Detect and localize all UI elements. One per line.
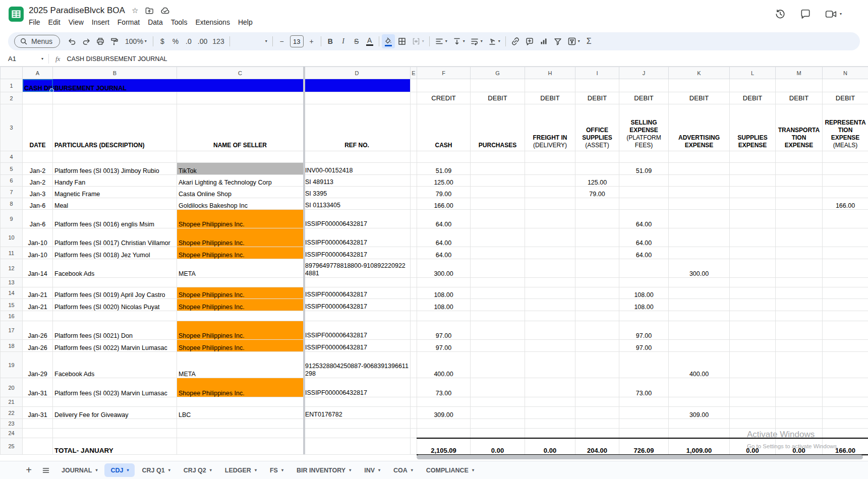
cell-J2[interactable]: DEBIT [619, 92, 669, 104]
cell-K21[interactable] [669, 397, 730, 407]
cell-G9[interactable] [471, 210, 525, 228]
cell-I11[interactable] [575, 247, 619, 259]
zoom-select[interactable]: 100%▾ [122, 34, 150, 48]
cell-N7[interactable] [823, 187, 868, 198]
cell-D10[interactable]: ISSIPF000006432817 [304, 228, 411, 247]
cell-B19[interactable]: Facebook Ads [53, 352, 177, 378]
strikethrough-button[interactable]: S [350, 34, 363, 48]
cell-M14[interactable] [776, 287, 823, 299]
cell-B23[interactable] [53, 419, 177, 429]
cell-I15[interactable] [575, 299, 619, 311]
cell-C23[interactable] [177, 419, 304, 429]
cell-J22[interactable] [619, 407, 669, 419]
cell-H16[interactable] [525, 311, 575, 321]
cell-K15[interactable] [669, 299, 730, 311]
cell-N14[interactable] [823, 287, 868, 299]
row-header-16[interactable]: 16 [1, 311, 23, 321]
cell-H15[interactable] [525, 299, 575, 311]
cell-B9[interactable]: Platform fees (SI 0016) englis Msim [53, 210, 177, 228]
cell-M20[interactable] [776, 378, 823, 397]
cell-C15[interactable]: Shopee Philippines Inc. [177, 299, 304, 311]
cell-H6[interactable] [525, 175, 575, 187]
cell-H17[interactable] [525, 321, 575, 340]
menu-view[interactable]: View [65, 17, 88, 27]
cell-A1[interactable]: CASH DISBURSEMENT JOURNAL [23, 79, 411, 92]
cell-A24[interactable] [23, 429, 53, 438]
cell-H11[interactable] [525, 247, 575, 259]
cell-F3[interactable]: CASH [417, 104, 471, 151]
cell-C7[interactable]: Casta Online Shop [177, 187, 304, 198]
cell-L3[interactable]: SUPPLIES EXPENSE [730, 104, 776, 151]
cell-I8[interactable] [575, 198, 619, 210]
cell-K1[interactable] [669, 79, 730, 92]
cell-C24[interactable] [177, 429, 304, 438]
cell-J20[interactable]: 73.00 [619, 378, 669, 397]
cell-B18[interactable]: Platform fees (SI 0022) Marvin Lumasac [53, 340, 177, 352]
cell-N5[interactable] [823, 163, 868, 175]
cell-K7[interactable] [669, 187, 730, 198]
cell-H22[interactable] [525, 407, 575, 419]
cell-E15[interactable] [411, 299, 417, 311]
cell-E5[interactable] [411, 163, 417, 175]
cell-I16[interactable] [575, 311, 619, 321]
cell-A3[interactable]: DATE [23, 104, 53, 151]
cell-H25[interactable]: 0.00 [525, 438, 575, 455]
cell-N3[interactable]: REPRESENTATION EXPENSE (MEALS) [823, 104, 868, 151]
row-header-25[interactable]: 25 [1, 438, 23, 455]
row-header-21[interactable]: 21 [1, 397, 23, 407]
cell-L12[interactable] [730, 259, 776, 278]
cell-G3[interactable]: PURCHASES [471, 104, 525, 151]
row-header-9[interactable]: 9 [1, 210, 23, 228]
row-header-22[interactable]: 22 [1, 407, 23, 419]
cell-J13[interactable] [619, 278, 669, 287]
cell-I5[interactable] [575, 163, 619, 175]
menu-edit[interactable]: Edit [44, 17, 65, 27]
cell-N8[interactable]: 166.00 [823, 198, 868, 210]
cell-B13[interactable] [53, 278, 177, 287]
cell-I19[interactable] [575, 352, 619, 378]
cell-L22[interactable] [730, 407, 776, 419]
cell-F17[interactable]: 97.00 [417, 321, 471, 340]
cell-F25[interactable]: 2,105.09 [417, 438, 471, 455]
cell-B10[interactable]: Platform fees (SI 0017) Christian Villam… [53, 228, 177, 247]
cell-K17[interactable] [669, 321, 730, 340]
cell-C11[interactable]: Shopee Philippines Inc. [177, 247, 304, 259]
fill-color-button[interactable] [382, 34, 395, 48]
cell-F9[interactable]: 64.00 [417, 210, 471, 228]
cell-K6[interactable] [669, 175, 730, 187]
increase-font-size-button[interactable]: + [305, 34, 318, 48]
cell-E13[interactable] [411, 278, 417, 287]
cell-J1[interactable] [619, 79, 669, 92]
cell-F24[interactable] [417, 429, 471, 438]
cell-G13[interactable] [471, 278, 525, 287]
cell-B25[interactable]: TOTAL- JANUARY [53, 438, 177, 455]
cell-E21[interactable] [411, 397, 417, 407]
cell-C16[interactable] [177, 311, 304, 321]
column-header-E[interactable]: E [411, 67, 417, 79]
cell-D24[interactable] [304, 429, 411, 438]
cell-D2[interactable] [304, 92, 411, 104]
cell-C13[interactable] [177, 278, 304, 287]
cell-J21[interactable] [619, 397, 669, 407]
row-header-19[interactable]: 19 [1, 352, 23, 378]
cell-F11[interactable]: 64.00 [417, 247, 471, 259]
cell-A14[interactable]: Jan-21 [23, 287, 53, 299]
cell-D6[interactable]: SI 489113 [304, 175, 411, 187]
sheet-tab-crj-q2[interactable]: CRJ Q2▾ [178, 463, 218, 477]
cell-N22[interactable] [823, 407, 868, 419]
cell-K14[interactable] [669, 287, 730, 299]
cell-D7[interactable]: SI 3395 [304, 187, 411, 198]
cell-F13[interactable] [417, 278, 471, 287]
cell-L15[interactable] [730, 299, 776, 311]
cell-H1[interactable] [525, 79, 575, 92]
cell-J24[interactable] [619, 429, 669, 438]
cell-K3[interactable]: ADVERTISING EXPENSE [669, 104, 730, 151]
row-header-17[interactable]: 17 [1, 321, 23, 340]
text-rotation-button[interactable]: ▾ [485, 34, 503, 48]
cell-D17[interactable]: ISSIPF000006432817 [304, 321, 411, 340]
sheet-tab-crj-q1[interactable]: CRJ Q1▾ [136, 463, 176, 477]
row-header-5[interactable]: 5 [1, 163, 23, 175]
cell-M15[interactable] [776, 299, 823, 311]
cell-N18[interactable] [823, 340, 868, 352]
italic-button[interactable]: I [337, 34, 350, 48]
